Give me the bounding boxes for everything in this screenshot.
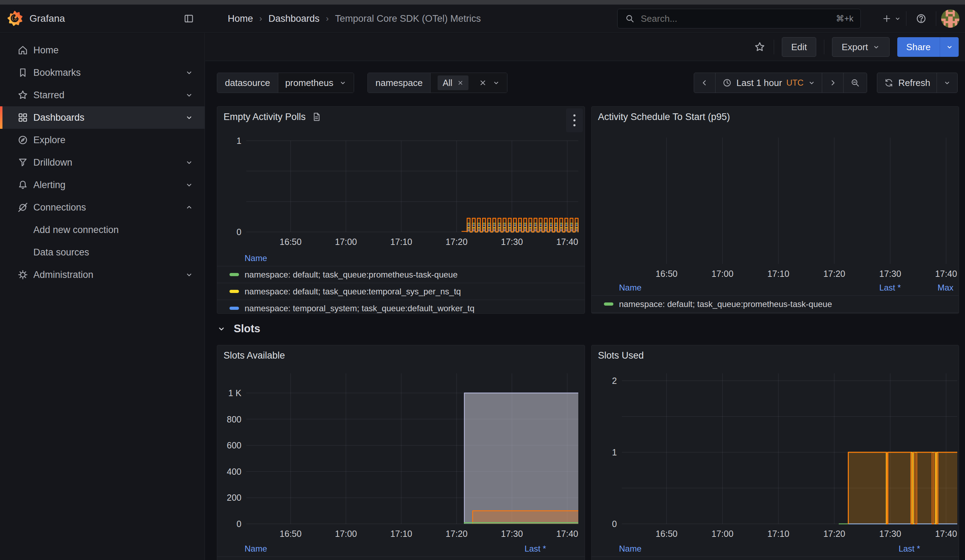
chevron-down-icon[interactable] (185, 69, 193, 79)
question-circle-icon (915, 13, 927, 24)
svg-text:17:20: 17:20 (823, 269, 846, 279)
timeseries-chart[interactable]: 0116:5017:0017:1017:2017:3017:40 (217, 127, 584, 249)
svg-text:17:00: 17:00 (711, 269, 734, 279)
svg-text:17:20: 17:20 (446, 529, 468, 539)
legend-row[interactable]: namespace: default; task_queue:prometheu… (592, 557, 959, 560)
legend-row[interactable]: namespace: default; task_queue:prometheu… (217, 557, 585, 560)
sidebar-item-label: Explore (33, 135, 204, 145)
chevron-down-icon (217, 324, 226, 333)
zoom-out-button[interactable] (844, 73, 867, 93)
export-button[interactable]: Export (832, 37, 889, 57)
breadcrumb-dashboards[interactable]: Dashboards (268, 13, 320, 24)
panel-slots-used: Slots Used 01216:5017:0017:1017:2017:301… (591, 345, 959, 560)
legend-header-last[interactable]: Last * (845, 283, 901, 292)
help-button[interactable] (911, 9, 931, 28)
panel-header[interactable]: Activity Schedule To Start (p95) (592, 107, 959, 127)
sidebar-item-administration[interactable]: Administration (0, 263, 204, 286)
legend-header-max[interactable]: Max (901, 283, 954, 292)
favorite-star-button[interactable] (753, 41, 766, 53)
timeseries-chart[interactable]: 01216:5017:0017:1017:2017:3017:40 (592, 366, 958, 540)
variables-row: datasource prometheus namespace All (217, 73, 507, 93)
sidebar-item-starred[interactable]: Starred (0, 84, 204, 106)
time-shift-forward-button[interactable] (822, 73, 844, 93)
chevron-down-icon[interactable] (185, 158, 193, 169)
user-avatar[interactable] (941, 10, 959, 28)
search-field[interactable] (641, 13, 830, 24)
sidebar-item-drilldown[interactable]: Drilldown (0, 151, 204, 174)
time-range-picker[interactable]: Last 1 hour UTC (715, 73, 822, 93)
top-nav-bar: Grafana Home › Dashboards › Temporal Cor… (0, 5, 965, 33)
row-slots[interactable]: Slots (217, 318, 260, 339)
sidebar-item-bookmarks[interactable]: Bookmarks (0, 61, 204, 84)
compass-icon (16, 134, 29, 146)
legend-header-last[interactable]: Last * (490, 544, 546, 553)
legend-row[interactable]: namespace: default; task_queue:temporal_… (217, 283, 585, 300)
svg-text:17:40: 17:40 (556, 237, 578, 247)
legend-label: namespace: temporal_system; task_queue:d… (245, 304, 579, 313)
svg-text:16:50: 16:50 (280, 237, 302, 247)
dashboards-grid-icon (16, 112, 29, 124)
chevron-down-icon[interactable] (185, 181, 193, 191)
legend-header-last[interactable]: Last * (864, 544, 920, 553)
panel-activity-schedule-to-start: Activity Schedule To Start (p95) 16:5017… (591, 106, 959, 314)
refresh-button[interactable]: Refresh (877, 73, 937, 93)
sidebar-item-add-new-connection[interactable]: Add new connection (0, 219, 204, 241)
panel-title: Empty Activity Polls (224, 112, 306, 122)
chevron-up-icon[interactable] (185, 203, 193, 214)
sidebar-item-connections[interactable]: Connections (0, 196, 204, 219)
chevron-down-icon[interactable] (185, 113, 193, 124)
datasource-select[interactable]: prometheus (278, 73, 354, 93)
svg-text:600: 600 (227, 440, 241, 450)
series-color-swatch (229, 307, 239, 310)
remove-tag-icon[interactable] (457, 80, 464, 86)
legend-header-name[interactable]: Name (245, 253, 579, 263)
chevron-down-icon[interactable] (185, 271, 193, 281)
clear-icon[interactable] (479, 79, 487, 87)
svg-text:17:10: 17:10 (390, 237, 412, 247)
time-range-label: Last 1 hour (736, 78, 782, 88)
breadcrumb-separator-icon: › (259, 14, 262, 23)
timeseries-chart[interactable]: 02004006008001 K16:5017:0017:1017:2017:3… (217, 366, 584, 540)
sidebar-item-data-sources[interactable]: Data sources (0, 241, 204, 263)
chevron-down-icon (339, 79, 347, 87)
breadcrumb-home[interactable]: Home (228, 13, 253, 24)
series-color-swatch (604, 302, 613, 305)
legend-header-name[interactable]: Name (619, 544, 864, 553)
sidebar-item-home[interactable]: Home (0, 39, 204, 61)
legend-header-name[interactable]: Name (619, 283, 845, 292)
panel-description-icon[interactable] (311, 112, 322, 122)
search-input[interactable]: ⌘+k (617, 9, 861, 28)
refresh-interval-button[interactable] (937, 73, 957, 93)
legend-row[interactable]: namespace: default; task_queue:prometheu… (217, 266, 585, 283)
kebab-icon (573, 114, 576, 127)
create-new-button[interactable] (882, 9, 901, 28)
svg-text:17:20: 17:20 (823, 529, 846, 539)
time-shift-back-button[interactable] (694, 73, 715, 93)
share-button[interactable]: Share (897, 37, 940, 57)
share-menu-button[interactable] (940, 37, 959, 57)
sidebar-toggle-button[interactable] (183, 12, 195, 25)
panel-title: Activity Schedule To Start (p95) (598, 112, 730, 122)
tag-value: All (443, 78, 452, 88)
sidebar-item-label: Add new connection (33, 225, 204, 235)
chevron-down-icon[interactable] (185, 91, 193, 102)
panel-header[interactable]: Empty Activity Polls (217, 107, 585, 127)
legend-row[interactable]: namespace: default; task_queue:prometheu… (592, 296, 959, 312)
namespace-tag-all[interactable]: All (438, 75, 468, 90)
refresh-group: Refresh (877, 73, 958, 93)
sidebar-item-dashboards[interactable]: Dashboards (0, 106, 204, 129)
panel-menu-button[interactable] (566, 108, 583, 132)
sidebar-item-alerting[interactable]: Alerting (0, 174, 204, 196)
sidebar-item-explore[interactable]: Explore (0, 129, 204, 151)
share-button-label: Share (906, 42, 931, 53)
panel-header[interactable]: Slots Available (217, 345, 585, 366)
legend-header-name[interactable]: Name (245, 544, 490, 553)
edit-button[interactable]: Edit (782, 37, 816, 57)
namespace-select[interactable]: All (430, 73, 507, 93)
datasource-value: prometheus (285, 78, 334, 88)
panel-header[interactable]: Slots Used (592, 345, 959, 366)
legend-row[interactable]: namespace: temporal_system; task_queue:d… (217, 300, 585, 314)
timeseries-chart[interactable]: 16:5017:0017:1017:2017:3017:40 (592, 127, 958, 279)
legend: Name Last * namespace: default; task_que… (592, 541, 959, 560)
grafana-logo-icon[interactable] (6, 10, 23, 27)
